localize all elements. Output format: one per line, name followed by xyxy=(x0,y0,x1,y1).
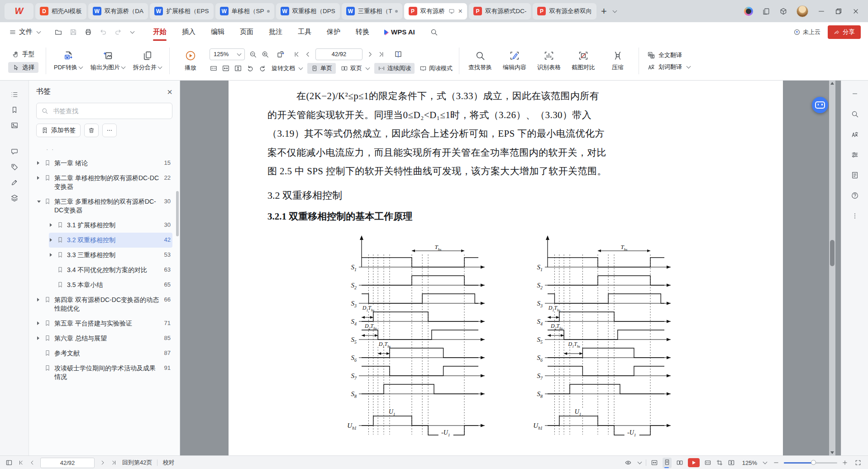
layers-panel-icon[interactable] xyxy=(10,194,19,202)
tree-arrow-icon[interactable] xyxy=(37,334,44,340)
tree-arrow-icon[interactable] xyxy=(37,159,44,165)
undo-icon[interactable] xyxy=(99,28,107,36)
bookmark-search-input[interactable] xyxy=(52,107,167,115)
status-zoom-in-icon[interactable] xyxy=(842,459,848,466)
book-view-icon[interactable] xyxy=(394,50,403,59)
status-zoom-value[interactable]: 125% xyxy=(742,459,757,466)
toolbar-button-PDF转换[interactable]: PDF转换 xyxy=(50,44,86,78)
page-indicator[interactable]: 42/92 xyxy=(315,48,362,60)
status-first-page-icon[interactable] xyxy=(18,459,24,466)
tree-arrow-icon[interactable] xyxy=(50,236,57,242)
wps-home-tab[interactable]: W xyxy=(5,3,33,19)
tree-arrow-icon[interactable] xyxy=(37,319,44,325)
select-tool-button[interactable]: 选择 xyxy=(8,62,38,73)
tab-list-chevron-icon[interactable] xyxy=(612,8,617,13)
bookmark-item[interactable]: 第三章 多重移相控制的双有源桥DC-DC变换器30 xyxy=(36,194,172,218)
slideshow-play-button[interactable] xyxy=(688,458,700,467)
bookmark-item[interactable]: 第一章 绪论15 xyxy=(36,156,172,171)
bookmark-item[interactable]: 参考文献87 xyxy=(36,346,172,361)
zoom-slider-knob[interactable] xyxy=(811,460,816,465)
status-double-page-icon[interactable] xyxy=(676,459,683,466)
menu-item-批注[interactable]: 批注 xyxy=(267,22,284,42)
fit-page-icon[interactable] xyxy=(234,64,242,72)
toolbar-button-压缩[interactable]: 压缩 xyxy=(601,44,635,78)
bookmark-item[interactable]: 攻读硕士学位期间的学术活动及成果情况91 xyxy=(36,361,172,384)
document-tab[interactable]: W扩展移相（EPS xyxy=(150,3,214,19)
menu-item-编辑[interactable]: 编辑 xyxy=(209,22,226,42)
tree-arrow-icon[interactable] xyxy=(37,174,44,180)
windows-manage-icon[interactable] xyxy=(762,7,770,15)
document-tab[interactable]: D稻壳AI模板 xyxy=(35,3,86,19)
notes-icon[interactable] xyxy=(851,171,859,179)
toolbar-button-编辑内容[interactable]: 编辑内容 xyxy=(497,44,532,78)
theme-icon[interactable] xyxy=(744,7,753,16)
open-file-icon[interactable] xyxy=(54,28,62,36)
status-fit-width-icon[interactable] xyxy=(651,459,658,466)
save-icon[interactable] xyxy=(69,28,77,36)
status-actual-size-icon[interactable] xyxy=(704,459,711,466)
zoom-in-icon[interactable] xyxy=(261,50,269,58)
signature-panel-icon[interactable] xyxy=(10,178,19,187)
bookmark-panel-icon[interactable] xyxy=(10,106,19,114)
status-page-indicator[interactable]: 42/92 xyxy=(40,458,95,468)
menu-search-icon[interactable] xyxy=(430,28,438,36)
hand-tool-button[interactable]: 手型 xyxy=(8,49,38,60)
close-panel-icon[interactable]: × xyxy=(167,87,172,96)
document-tab[interactable]: W三重移相（T xyxy=(342,3,402,19)
redo-icon[interactable] xyxy=(114,28,122,36)
more-actions-chevron-icon[interactable] xyxy=(130,29,135,34)
play-button[interactable]: 播放 xyxy=(173,44,208,78)
restore-icon[interactable] xyxy=(835,7,843,15)
help-icon[interactable] xyxy=(851,191,859,200)
tag-panel-icon[interactable] xyxy=(10,163,19,171)
tree-arrow-icon[interactable] xyxy=(37,296,44,302)
document-tab[interactable]: W单移相（SP xyxy=(215,3,274,19)
status-screenshot-icon[interactable] xyxy=(716,459,723,466)
prev-page-icon[interactable] xyxy=(304,51,311,58)
menu-item-页面[interactable]: 页面 xyxy=(238,22,255,42)
bookmark-item[interactable]: · · xyxy=(36,143,172,156)
menu-item-保护[interactable]: 保护 xyxy=(325,22,342,42)
scroll-up-icon[interactable] xyxy=(830,82,834,85)
rotate-left-icon[interactable] xyxy=(246,64,254,72)
settings-sliders-icon[interactable] xyxy=(851,151,859,159)
add-bookmark-button[interactable]: 添加书签 xyxy=(36,124,81,137)
document-viewer[interactable]: 在(2K−2)/K²≤p≤1的限定条件下，式（3.33）成立，因此在该范围内所有… xyxy=(180,81,841,455)
share-button[interactable]: 分享 xyxy=(828,25,861,39)
status-zoom-chevron-icon[interactable] xyxy=(763,460,768,464)
print-icon[interactable] xyxy=(84,28,92,36)
document-scrollbar[interactable] xyxy=(829,81,835,455)
zoom-out-icon[interactable] xyxy=(249,50,257,58)
status-last-page-icon[interactable] xyxy=(111,459,117,466)
more-vertical-icon[interactable] xyxy=(851,212,859,220)
actual-size-icon[interactable] xyxy=(210,64,218,72)
delete-bookmark-button[interactable] xyxy=(84,124,99,137)
translate-word-button[interactable]: 划词翻译 xyxy=(647,63,690,71)
image-panel-icon[interactable] xyxy=(10,121,19,129)
menu-item-开始[interactable]: 开始 xyxy=(151,22,168,42)
continuous-read-button[interactable]: 连续阅读 xyxy=(374,63,415,74)
sidebar-scrollbar[interactable] xyxy=(176,191,179,236)
first-page-icon[interactable] xyxy=(293,51,300,58)
view-settings-icon[interactable] xyxy=(625,459,632,466)
tree-arrow-icon[interactable] xyxy=(50,221,57,227)
document-tab[interactable]: W双有源桥（DA xyxy=(88,3,148,19)
bookmark-item[interactable]: 第四章 双有源桥DC-DC变换器的动态性能优化66 xyxy=(36,292,172,316)
menu-item-工具[interactable]: 工具 xyxy=(296,22,313,42)
next-page-icon[interactable] xyxy=(367,51,374,58)
wps-ai-button[interactable]: WPS AI xyxy=(384,28,415,36)
fit-width-icon[interactable] xyxy=(222,64,230,72)
apps-box-icon[interactable] xyxy=(779,7,787,15)
fullscreen-icon[interactable] xyxy=(854,459,862,466)
find-icon[interactable] xyxy=(851,110,859,118)
new-tab-button[interactable]: + xyxy=(601,6,607,16)
bookmark-search[interactable] xyxy=(36,103,172,119)
rotate-right-icon[interactable] xyxy=(258,64,267,72)
bookmark-item[interactable]: 3.3 三重移相控制53 xyxy=(49,248,172,263)
monitor-icon[interactable] xyxy=(448,8,455,14)
bookmark-item[interactable]: 第六章 总结与展望85 xyxy=(36,331,172,346)
comment-panel-icon[interactable] xyxy=(10,148,19,156)
bookmark-item[interactable]: 第二章 单移相控制的双有源桥DC-DC变换器22 xyxy=(36,171,172,194)
status-next-page-icon[interactable] xyxy=(100,459,106,466)
tab-close-icon[interactable]: × xyxy=(458,8,463,15)
